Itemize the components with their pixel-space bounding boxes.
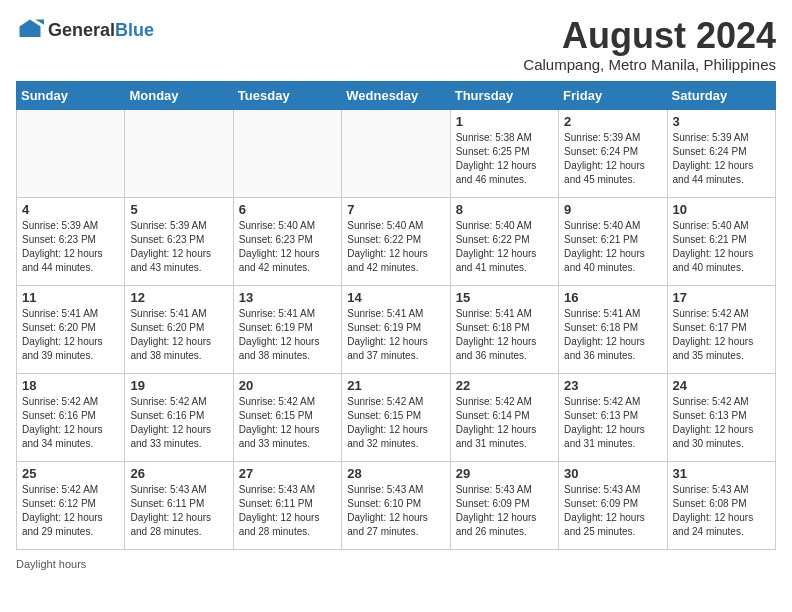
month-year-title: August 2024 xyxy=(523,16,776,56)
day-info: Sunrise: 5:43 AM Sunset: 6:08 PM Dayligh… xyxy=(673,483,770,539)
calendar-day-header: Wednesday xyxy=(342,81,450,109)
calendar-cell: 21Sunrise: 5:42 AM Sunset: 6:15 PM Dayli… xyxy=(342,373,450,461)
calendar-cell: 20Sunrise: 5:42 AM Sunset: 6:15 PM Dayli… xyxy=(233,373,341,461)
calendar-day-header: Tuesday xyxy=(233,81,341,109)
day-info: Sunrise: 5:42 AM Sunset: 6:15 PM Dayligh… xyxy=(347,395,444,451)
calendar-cell: 25Sunrise: 5:42 AM Sunset: 6:12 PM Dayli… xyxy=(17,461,125,549)
day-number: 2 xyxy=(564,114,661,129)
day-info: Sunrise: 5:38 AM Sunset: 6:25 PM Dayligh… xyxy=(456,131,553,187)
day-info: Sunrise: 5:43 AM Sunset: 6:11 PM Dayligh… xyxy=(239,483,336,539)
calendar-cell: 30Sunrise: 5:43 AM Sunset: 6:09 PM Dayli… xyxy=(559,461,667,549)
day-number: 31 xyxy=(673,466,770,481)
day-number: 18 xyxy=(22,378,119,393)
calendar-cell: 23Sunrise: 5:42 AM Sunset: 6:13 PM Dayli… xyxy=(559,373,667,461)
calendar-cell: 28Sunrise: 5:43 AM Sunset: 6:10 PM Dayli… xyxy=(342,461,450,549)
svg-marker-0 xyxy=(20,20,41,38)
day-number: 11 xyxy=(22,290,119,305)
day-info: Sunrise: 5:42 AM Sunset: 6:14 PM Dayligh… xyxy=(456,395,553,451)
calendar-cell: 4Sunrise: 5:39 AM Sunset: 6:23 PM Daylig… xyxy=(17,197,125,285)
day-info: Sunrise: 5:40 AM Sunset: 6:22 PM Dayligh… xyxy=(456,219,553,275)
calendar-week-row: 4Sunrise: 5:39 AM Sunset: 6:23 PM Daylig… xyxy=(17,197,776,285)
calendar-cell: 17Sunrise: 5:42 AM Sunset: 6:17 PM Dayli… xyxy=(667,285,775,373)
calendar-day-header: Sunday xyxy=(17,81,125,109)
day-info: Sunrise: 5:40 AM Sunset: 6:21 PM Dayligh… xyxy=(673,219,770,275)
calendar-cell: 29Sunrise: 5:43 AM Sunset: 6:09 PM Dayli… xyxy=(450,461,558,549)
day-number: 6 xyxy=(239,202,336,217)
day-number: 8 xyxy=(456,202,553,217)
title-block: August 2024 Calumpang, Metro Manila, Phi… xyxy=(523,16,776,73)
calendar-cell: 9Sunrise: 5:40 AM Sunset: 6:21 PM Daylig… xyxy=(559,197,667,285)
day-number: 20 xyxy=(239,378,336,393)
day-info: Sunrise: 5:41 AM Sunset: 6:19 PM Dayligh… xyxy=(239,307,336,363)
day-number: 10 xyxy=(673,202,770,217)
day-info: Sunrise: 5:42 AM Sunset: 6:13 PM Dayligh… xyxy=(564,395,661,451)
calendar-cell: 18Sunrise: 5:42 AM Sunset: 6:16 PM Dayli… xyxy=(17,373,125,461)
calendar-cell: 3Sunrise: 5:39 AM Sunset: 6:24 PM Daylig… xyxy=(667,109,775,197)
daylight-hours-label: Daylight hours xyxy=(16,558,86,570)
day-info: Sunrise: 5:39 AM Sunset: 6:23 PM Dayligh… xyxy=(22,219,119,275)
calendar-cell: 27Sunrise: 5:43 AM Sunset: 6:11 PM Dayli… xyxy=(233,461,341,549)
location-text: Calumpang, Metro Manila, Philippines xyxy=(523,56,776,73)
day-number: 3 xyxy=(673,114,770,129)
calendar-header-row: SundayMondayTuesdayWednesdayThursdayFrid… xyxy=(17,81,776,109)
day-number: 5 xyxy=(130,202,227,217)
calendar-cell: 1Sunrise: 5:38 AM Sunset: 6:25 PM Daylig… xyxy=(450,109,558,197)
day-info: Sunrise: 5:41 AM Sunset: 6:18 PM Dayligh… xyxy=(564,307,661,363)
calendar-cell xyxy=(17,109,125,197)
calendar-week-row: 18Sunrise: 5:42 AM Sunset: 6:16 PM Dayli… xyxy=(17,373,776,461)
day-info: Sunrise: 5:43 AM Sunset: 6:09 PM Dayligh… xyxy=(456,483,553,539)
day-number: 21 xyxy=(347,378,444,393)
day-info: Sunrise: 5:41 AM Sunset: 6:20 PM Dayligh… xyxy=(22,307,119,363)
calendar-cell: 24Sunrise: 5:42 AM Sunset: 6:13 PM Dayli… xyxy=(667,373,775,461)
day-number: 24 xyxy=(673,378,770,393)
calendar-day-header: Friday xyxy=(559,81,667,109)
day-info: Sunrise: 5:42 AM Sunset: 6:16 PM Dayligh… xyxy=(22,395,119,451)
page-header: GeneralBlue August 2024 Calumpang, Metro… xyxy=(16,16,776,73)
day-info: Sunrise: 5:41 AM Sunset: 6:19 PM Dayligh… xyxy=(347,307,444,363)
day-info: Sunrise: 5:40 AM Sunset: 6:23 PM Dayligh… xyxy=(239,219,336,275)
calendar-week-row: 11Sunrise: 5:41 AM Sunset: 6:20 PM Dayli… xyxy=(17,285,776,373)
calendar-cell: 12Sunrise: 5:41 AM Sunset: 6:20 PM Dayli… xyxy=(125,285,233,373)
day-number: 14 xyxy=(347,290,444,305)
day-number: 23 xyxy=(564,378,661,393)
calendar-cell xyxy=(233,109,341,197)
calendar-cell: 13Sunrise: 5:41 AM Sunset: 6:19 PM Dayli… xyxy=(233,285,341,373)
day-info: Sunrise: 5:42 AM Sunset: 6:12 PM Dayligh… xyxy=(22,483,119,539)
day-number: 12 xyxy=(130,290,227,305)
day-number: 9 xyxy=(564,202,661,217)
calendar-cell: 22Sunrise: 5:42 AM Sunset: 6:14 PM Dayli… xyxy=(450,373,558,461)
day-info: Sunrise: 5:43 AM Sunset: 6:10 PM Dayligh… xyxy=(347,483,444,539)
calendar-cell: 26Sunrise: 5:43 AM Sunset: 6:11 PM Dayli… xyxy=(125,461,233,549)
calendar-table: SundayMondayTuesdayWednesdayThursdayFrid… xyxy=(16,81,776,550)
logo-blue-text: Blue xyxy=(115,20,154,40)
calendar-day-header: Thursday xyxy=(450,81,558,109)
day-info: Sunrise: 5:41 AM Sunset: 6:20 PM Dayligh… xyxy=(130,307,227,363)
day-number: 26 xyxy=(130,466,227,481)
day-info: Sunrise: 5:42 AM Sunset: 6:13 PM Dayligh… xyxy=(673,395,770,451)
day-info: Sunrise: 5:42 AM Sunset: 6:17 PM Dayligh… xyxy=(673,307,770,363)
calendar-cell: 16Sunrise: 5:41 AM Sunset: 6:18 PM Dayli… xyxy=(559,285,667,373)
day-number: 28 xyxy=(347,466,444,481)
day-number: 30 xyxy=(564,466,661,481)
logo-icon xyxy=(16,16,44,44)
day-number: 7 xyxy=(347,202,444,217)
calendar-cell xyxy=(125,109,233,197)
calendar-cell: 14Sunrise: 5:41 AM Sunset: 6:19 PM Dayli… xyxy=(342,285,450,373)
calendar-cell: 6Sunrise: 5:40 AM Sunset: 6:23 PM Daylig… xyxy=(233,197,341,285)
calendar-cell: 5Sunrise: 5:39 AM Sunset: 6:23 PM Daylig… xyxy=(125,197,233,285)
logo-general-text: General xyxy=(48,20,115,40)
calendar-cell: 19Sunrise: 5:42 AM Sunset: 6:16 PM Dayli… xyxy=(125,373,233,461)
footer: Daylight hours xyxy=(16,558,776,570)
calendar-cell: 7Sunrise: 5:40 AM Sunset: 6:22 PM Daylig… xyxy=(342,197,450,285)
day-number: 15 xyxy=(456,290,553,305)
calendar-cell: 8Sunrise: 5:40 AM Sunset: 6:22 PM Daylig… xyxy=(450,197,558,285)
day-info: Sunrise: 5:42 AM Sunset: 6:16 PM Dayligh… xyxy=(130,395,227,451)
day-info: Sunrise: 5:42 AM Sunset: 6:15 PM Dayligh… xyxy=(239,395,336,451)
day-info: Sunrise: 5:43 AM Sunset: 6:09 PM Dayligh… xyxy=(564,483,661,539)
logo: GeneralBlue xyxy=(16,16,154,44)
day-number: 13 xyxy=(239,290,336,305)
day-number: 4 xyxy=(22,202,119,217)
day-number: 16 xyxy=(564,290,661,305)
day-info: Sunrise: 5:40 AM Sunset: 6:22 PM Dayligh… xyxy=(347,219,444,275)
day-number: 22 xyxy=(456,378,553,393)
